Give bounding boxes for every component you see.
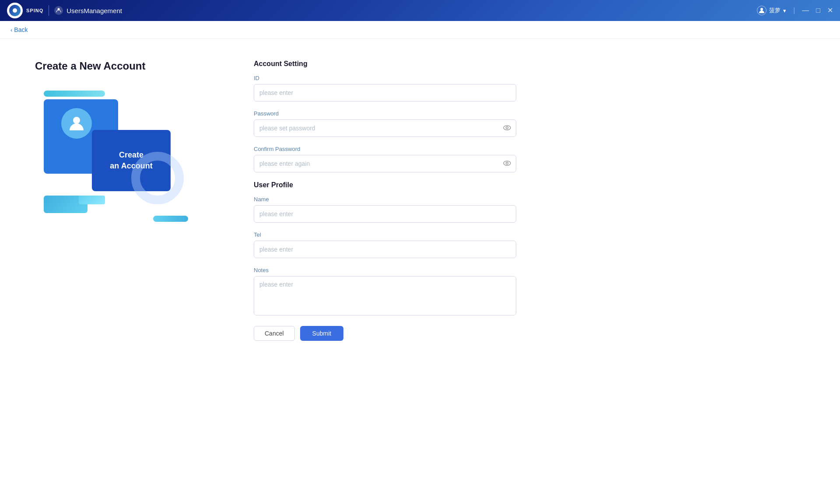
illustration-title: Create a New Account [35,60,219,72]
svg-point-5 [504,161,511,165]
close-button[interactable]: ✕ [827,7,833,14]
topnav: ‹ Back [0,21,840,39]
svg-point-1 [760,8,763,10]
cancel-button[interactable]: Cancel [254,326,295,341]
back-chevron-icon: ‹ [10,27,12,33]
deco-circle [131,152,184,204]
tel-input[interactable] [254,241,516,258]
account-setting-title: Account Setting [254,60,516,68]
illustration-graphic: Create an Account [35,86,201,226]
logo-circle [7,3,23,18]
logo-inner [9,5,21,16]
window-controls: — □ ✕ [802,7,833,14]
id-input[interactable] [254,84,516,102]
minimize-button[interactable]: — [802,7,809,14]
tel-field-group: Tel [254,231,516,258]
back-label: Back [14,26,28,33]
svg-point-2 [73,117,80,124]
notes-field-group: Notes [254,267,516,317]
deco-bar-bot3 [153,216,188,222]
back-button[interactable]: ‹ Back [10,26,28,33]
password-field-group: Password [254,110,516,137]
user-chevron: ▾ [783,7,786,14]
password-input-wrapper [254,119,516,137]
titlebar-right: 菠萝 ▾ | — □ ✕ [757,6,833,15]
confirm-password-field-group: Confirm Password [254,146,516,172]
notes-label: Notes [254,267,516,273]
id-label: ID [254,75,516,81]
svg-point-4 [506,127,508,129]
form-actions: Cancel Submit [254,326,516,341]
users-management-icon [54,6,63,15]
user-avatar-icon [757,6,766,15]
notes-input[interactable] [254,276,516,315]
tel-label: Tel [254,231,516,238]
confirm-password-input-wrapper [254,155,516,172]
svg-point-3 [504,126,511,130]
logo-text: SPINQ [26,8,43,13]
form-section: Account Setting ID Password [254,60,516,341]
confirm-password-label: Confirm Password [254,146,516,152]
logo-dot [13,8,17,13]
page-title: UsersManagement [66,7,122,14]
titlebar: SPINQ UsersManagement 菠萝 ▾ | — □ ✕ [0,0,840,21]
user-name: 菠萝 [769,7,780,14]
svg-point-6 [506,162,508,164]
titlebar-sep: | [793,7,795,14]
main-area: ‹ Back Create a New Account [0,21,840,504]
avatar-circle [61,108,92,139]
logo: SPINQ [7,3,43,18]
avatar-person-icon [68,115,85,132]
name-input[interactable] [254,205,516,223]
id-field-group: ID [254,75,516,102]
password-toggle-icon[interactable] [503,124,511,132]
user-menu[interactable]: 菠萝 ▾ [757,6,786,15]
name-field-group: Name [254,196,516,223]
name-label: Name [254,196,516,203]
page-content: Create a New Account [0,39,840,504]
confirm-password-toggle-icon[interactable] [503,160,511,168]
submit-button[interactable]: Submit [300,326,344,341]
maximize-button[interactable]: □ [816,7,820,14]
user-profile-title: User Profile [254,181,516,189]
deco-bar-bot2 [79,196,105,204]
confirm-password-input[interactable] [254,155,516,172]
titlebar-divider [49,5,49,16]
password-label: Password [254,110,516,117]
deco-bar-top [44,91,105,97]
password-input[interactable] [254,119,516,137]
illustration: Create a New Account [35,60,219,226]
